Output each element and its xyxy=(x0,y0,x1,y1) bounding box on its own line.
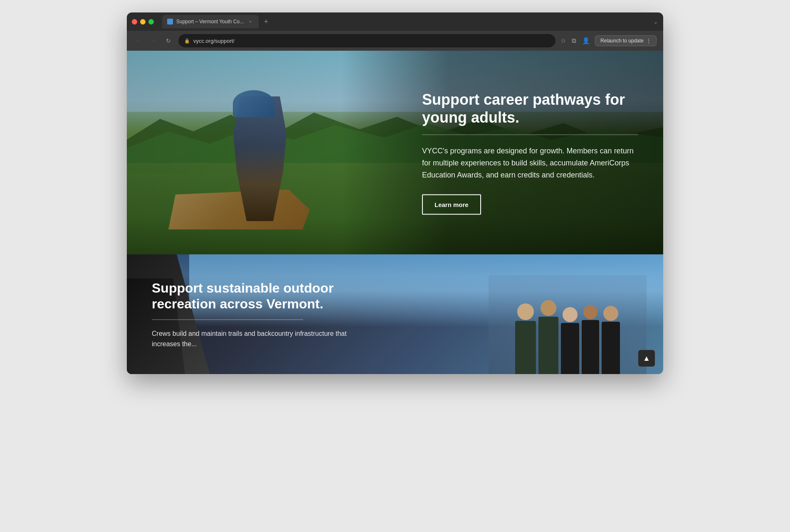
tab-favicon-icon xyxy=(167,19,173,25)
url-display: vycc.org/support/ xyxy=(193,38,550,44)
person-1 xyxy=(515,303,536,374)
hero-body-1: VYCC's programs are designed for growth.… xyxy=(422,145,638,181)
extensions-icon[interactable]: ⧉ xyxy=(572,37,576,44)
back-button[interactable]: ← xyxy=(133,36,143,46)
address-box[interactable]: 🔒 vycc.org/support/ xyxy=(178,34,555,47)
hero-divider-2 xyxy=(152,319,303,320)
active-tab[interactable]: Support – Vermont Youth Co... × xyxy=(162,15,259,28)
addressbar: ← → ↻ 🔒 vycc.org/support/ ☆ ⧉ 👤 Relaunch… xyxy=(127,31,663,51)
person-4 xyxy=(582,305,599,374)
new-tab-button[interactable]: + xyxy=(260,16,272,27)
tab-title: Support – Vermont Youth Co... xyxy=(176,19,244,25)
hero-heading-2: Support sustainable outdoor recreation a… xyxy=(152,280,368,312)
person-5 xyxy=(602,306,620,374)
reload-button[interactable]: ↻ xyxy=(163,36,173,46)
learn-more-button[interactable]: Learn more xyxy=(422,194,481,214)
people-group xyxy=(489,275,647,374)
scroll-to-top-button[interactable]: ▲ xyxy=(638,350,655,367)
browser-window: Support – Vermont Youth Co... × + ⌄ ← → … xyxy=(127,12,663,374)
hero-section-2: Support sustainable outdoor recreation a… xyxy=(127,254,663,374)
titlebar-chevron-icon[interactable]: ⌄ xyxy=(653,18,658,25)
person-3 xyxy=(561,307,579,374)
maximize-button[interactable] xyxy=(148,19,154,25)
profile-icon[interactable]: 👤 xyxy=(582,37,590,44)
toolbar-icons: ☆ ⧉ 👤 xyxy=(560,37,590,44)
traffic-lights xyxy=(132,19,154,25)
close-button[interactable] xyxy=(132,19,137,25)
relaunch-label: Relaunch to update xyxy=(600,38,644,44)
relaunch-menu-icon: ⋮ xyxy=(646,38,651,44)
titlebar: Support – Vermont Youth Co... × + ⌄ xyxy=(127,12,663,31)
hero-content-1: Support career pathways for young adults… xyxy=(422,91,638,215)
person-2 xyxy=(538,300,558,374)
bookmark-icon[interactable]: ☆ xyxy=(560,37,566,44)
tab-close-button[interactable]: × xyxy=(247,18,254,25)
hero-section-1: Support career pathways for young adults… xyxy=(127,51,663,254)
tab-bar: Support – Vermont Youth Co... × + xyxy=(162,15,272,28)
hero-divider-1 xyxy=(422,135,638,135)
hero-heading-1: Support career pathways for young adults… xyxy=(422,91,638,126)
lock-icon: 🔒 xyxy=(184,38,190,44)
forward-button[interactable]: → xyxy=(148,36,158,46)
minimize-button[interactable] xyxy=(140,19,146,25)
hero-body-2: Crews build and maintain trails and back… xyxy=(152,328,368,349)
hero-content-2: Support sustainable outdoor recreation a… xyxy=(152,280,368,350)
relaunch-button[interactable]: Relaunch to update ⋮ xyxy=(595,35,657,46)
browser-content: Support career pathways for young adults… xyxy=(127,51,663,374)
